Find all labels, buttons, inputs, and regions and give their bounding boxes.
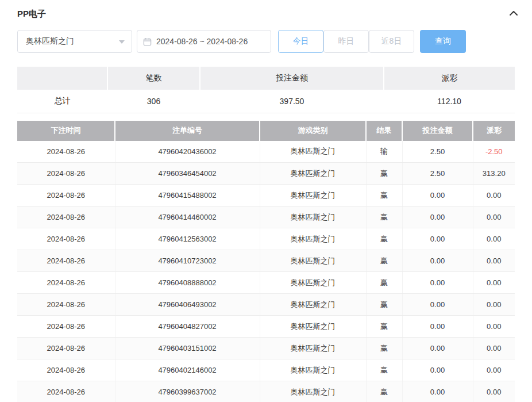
cell-game-type: 奥林匹斯之门 (260, 381, 366, 402)
filter-bar: 奥林匹斯之门 2024-08-26 ~ 2024-08-26 今日 昨日 近8日… (17, 30, 515, 53)
table-row: 2024-08-2647960402146002奥林匹斯之门赢0.000.00 (17, 359, 515, 381)
cell-bet-amount: 0.00 (402, 381, 473, 402)
last-8-days-button[interactable]: 近8日 (369, 30, 414, 53)
search-button[interactable]: 查询 (420, 30, 466, 53)
cell-payout: 0.00 (473, 338, 515, 359)
cell-bet-amount: 2.50 (402, 163, 473, 185)
cell-game-type: 奥林匹斯之门 (260, 359, 366, 381)
cell-bet-id: 47960420436002 (115, 141, 260, 163)
cell-bet-amount: 0.00 (402, 359, 473, 381)
cell-bet-time: 2024-08-26 (17, 163, 115, 185)
cell-bet-time: 2024-08-26 (17, 250, 115, 272)
cell-bet-amount: 0.00 (402, 316, 473, 338)
cell-game-type: 奥林匹斯之门 (260, 250, 366, 272)
header-payout: 派彩 (473, 121, 515, 141)
summary-total-count: 306 (107, 90, 200, 113)
cell-payout: 0.00 (473, 316, 515, 338)
cell-game-type: 奥林匹斯之门 (260, 272, 366, 294)
table-row: 2024-08-2647960415488002奥林匹斯之门赢0.000.00 (17, 185, 515, 206)
cell-bet-id: 47960415488002 (115, 185, 260, 206)
cell-result: 赢 (366, 206, 402, 228)
cell-result: 赢 (366, 316, 402, 338)
cell-result: 赢 (366, 250, 402, 272)
cell-bet-amount: 0.00 (402, 228, 473, 250)
cell-bet-amount: 0.00 (402, 338, 473, 359)
summary-header-row: 笔数 投注金额 派彩 (17, 67, 515, 90)
table-row: 2024-08-2647960414460002奥林匹斯之门赢0.000.00 (17, 206, 515, 228)
cell-game-type: 奥林匹斯之门 (260, 141, 366, 163)
cell-bet-time: 2024-08-26 (17, 381, 115, 402)
calendar-icon (143, 37, 152, 46)
cell-game-type: 奥林匹斯之门 (260, 185, 366, 206)
cell-payout: 0.00 (473, 228, 515, 250)
cell-payout: 0.00 (473, 359, 515, 381)
cell-bet-id: 47960406493002 (115, 294, 260, 316)
cell-result: 赢 (366, 294, 402, 316)
summary-table: 笔数 投注金额 派彩 总计 306 397.50 112.10 (17, 67, 515, 113)
cell-bet-id: 47960404827002 (115, 316, 260, 338)
yesterday-button[interactable]: 昨日 (323, 30, 369, 53)
panel-header: PP电子 (0, 0, 532, 20)
summary-header-empty (17, 67, 107, 90)
table-row: 2024-08-2647960399637002奥林匹斯之门赢0.000.00 (17, 381, 515, 402)
cell-bet-time: 2024-08-26 (17, 185, 115, 206)
cell-bet-amount: 2.50 (402, 141, 473, 163)
cell-bet-time: 2024-08-26 (17, 228, 115, 250)
table-row: 2024-08-2647960410723002奥林匹斯之门赢0.000.00 (17, 250, 515, 272)
header-bet-time: 下注时间 (17, 121, 115, 141)
cell-bet-id: 47960346454002 (115, 163, 260, 185)
cell-payout: -2.50 (473, 141, 515, 163)
cell-bet-amount: 0.00 (402, 206, 473, 228)
cell-result: 赢 (366, 228, 402, 250)
cell-bet-time: 2024-08-26 (17, 141, 115, 163)
chevron-up-icon (509, 9, 518, 19)
cell-payout: 0.00 (473, 206, 515, 228)
table-row: 2024-08-2647960403151002奥林匹斯之门赢0.000.00 (17, 338, 515, 359)
cell-bet-amount: 0.00 (402, 272, 473, 294)
cell-bet-id: 47960412563002 (115, 228, 260, 250)
cell-bet-time: 2024-08-26 (17, 272, 115, 294)
cell-result: 赢 (366, 272, 402, 294)
header-bet-amount: 投注金额 (402, 121, 473, 141)
cell-bet-id: 47960408888002 (115, 272, 260, 294)
cell-bet-id: 47960399637002 (115, 381, 260, 402)
table-row: 2024-08-2647960346454002奥林匹斯之门赢2.50313.2… (17, 163, 515, 185)
summary-total-label: 总计 (17, 90, 107, 113)
cell-payout: 0.00 (473, 250, 515, 272)
cell-game-type: 奥林匹斯之门 (260, 316, 366, 338)
summary-total-bet-amount: 397.50 (200, 90, 384, 113)
table-row: 2024-08-2647960412563002奥林匹斯之门赢0.000.00 (17, 228, 515, 250)
cell-bet-id: 47960402146002 (115, 359, 260, 381)
cell-bet-amount: 0.00 (402, 250, 473, 272)
cell-payout: 0.00 (473, 381, 515, 402)
cell-result: 赢 (366, 381, 402, 402)
today-button[interactable]: 今日 (278, 30, 323, 53)
cell-result: 输 (366, 141, 402, 163)
cell-game-type: 奥林匹斯之门 (260, 338, 366, 359)
quick-date-buttons: 今日 昨日 近8日 (278, 30, 414, 53)
cell-bet-id: 47960410723002 (115, 250, 260, 272)
cell-game-type: 奥林匹斯之门 (260, 228, 366, 250)
cell-bet-amount: 0.00 (402, 294, 473, 316)
cell-result: 赢 (366, 359, 402, 381)
table-row: 2024-08-2647960404827002奥林匹斯之门赢0.000.00 (17, 316, 515, 338)
cell-game-type: 奥林匹斯之门 (260, 206, 366, 228)
game-select[interactable]: 奥林匹斯之门 (17, 30, 132, 53)
bet-table-header-row: 下注时间 注单编号 游戏类别 结果 投注金额 派彩 (17, 121, 515, 141)
cell-bet-time: 2024-08-26 (17, 338, 115, 359)
table-row: 2024-08-2647960406493002奥林匹斯之门赢0.000.00 (17, 294, 515, 316)
header-result: 结果 (366, 121, 402, 141)
cell-bet-time: 2024-08-26 (17, 316, 115, 338)
summary-total-payout: 112.10 (384, 90, 515, 113)
collapse-button[interactable] (508, 8, 519, 20)
cell-game-type: 奥林匹斯之门 (260, 163, 366, 185)
summary-total-row: 总计 306 397.50 112.10 (17, 90, 515, 113)
table-row: 2024-08-2647960408888002奥林匹斯之门赢0.000.00 (17, 272, 515, 294)
date-range-value: 2024-08-26 ~ 2024-08-26 (156, 37, 248, 46)
cell-result: 赢 (366, 185, 402, 206)
cell-bet-amount: 0.00 (402, 185, 473, 206)
date-range-picker[interactable]: 2024-08-26 ~ 2024-08-26 (137, 30, 271, 53)
cell-payout: 0.00 (473, 185, 515, 206)
cell-payout: 313.20 (473, 163, 515, 185)
cell-payout: 0.00 (473, 272, 515, 294)
